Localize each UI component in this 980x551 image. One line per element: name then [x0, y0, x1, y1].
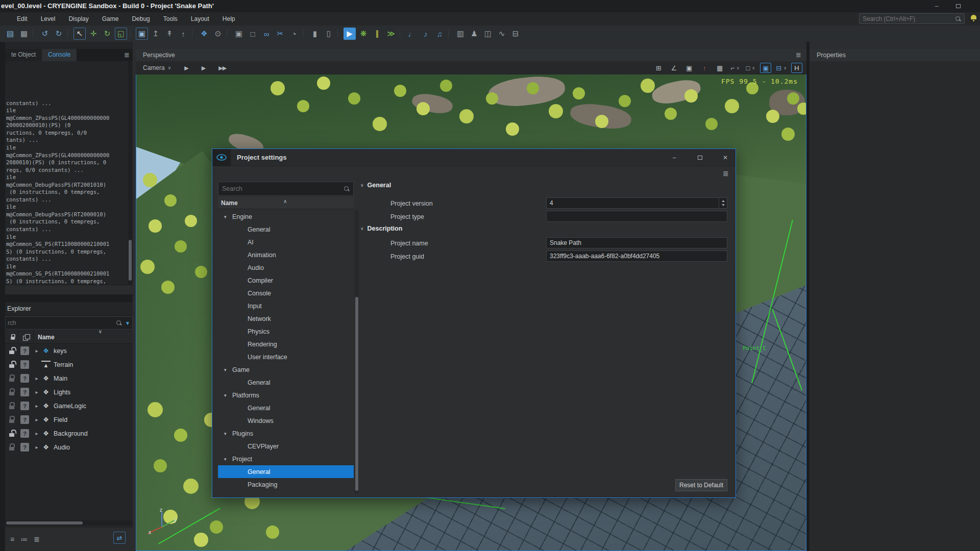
- settings-tree-header[interactable]: Name ∧: [218, 197, 354, 209]
- list-view-icon[interactable]: ≡: [10, 535, 14, 543]
- name-column-label[interactable]: Name: [34, 334, 55, 341]
- zoom-tool-icon[interactable]: ⊙∨: [212, 28, 224, 40]
- tree-group-game[interactable]: ▾ Game: [218, 363, 354, 376]
- dialog-minimize-button[interactable]: –: [667, 153, 682, 162]
- tree-item-audio[interactable]: ▾ Audio: [218, 261, 354, 274]
- settings-search-box[interactable]: [218, 182, 354, 196]
- play-audio-icon[interactable]: ♫∨: [433, 28, 446, 40]
- tree-group-platforms[interactable]: ▾ Platforms: [218, 389, 354, 402]
- scale-object-icon[interactable]: ◱∨: [115, 28, 127, 40]
- question-badge-icon[interactable]: ?: [20, 388, 29, 396]
- settings-tree-scrollbar-thumb[interactable]: [355, 297, 358, 491]
- unfreeze-all-icon[interactable]: □∨: [247, 28, 259, 40]
- fast-forward-icon[interactable]: ▶▶: [218, 65, 226, 71]
- layer-row-audio[interactable]: ? ▸ ❖ Audio: [5, 440, 133, 454]
- magnet-snap-icon[interactable]: ❖∨: [198, 28, 210, 40]
- menu-item[interactable]: Game: [95, 14, 126, 24]
- lock-icon[interactable]: [9, 388, 16, 396]
- tree-item-cevplayer[interactable]: ▾ CEVPlayer: [218, 440, 354, 453]
- tree-item-game-general[interactable]: ▾ General: [218, 376, 354, 389]
- scale-snap-icon[interactable]: ▣∨: [683, 63, 695, 73]
- dialog-titlebar[interactable]: Project settings – ✕: [212, 149, 736, 166]
- snap-pivot-icon[interactable]: ↥∨: [150, 28, 162, 40]
- console-log[interactable]: constants) ...ilem@Common_ZPassPS(GL4000…: [5, 61, 128, 285]
- layer-row-terrain[interactable]: ? ▸ ▲ Terrain: [5, 358, 133, 371]
- console-scrollbar[interactable]: [128, 61, 132, 285]
- layer-row-field[interactable]: ? ▸ ❖ Field: [5, 413, 133, 427]
- notification-bell-icon[interactable]: [970, 15, 977, 22]
- global-search-input[interactable]: [863, 15, 955, 22]
- camera-frame-icon[interactable]: ▣∨: [760, 63, 771, 73]
- project-name-field[interactable]: [546, 237, 727, 248]
- viewport-menu-icon[interactable]: ≣: [796, 51, 801, 59]
- explorer-hscrollbar-thumb[interactable]: [6, 521, 83, 524]
- tab-perspective[interactable]: Perspective: [143, 52, 175, 59]
- pause-physics-icon[interactable]: ∥∨: [371, 28, 383, 40]
- tree-group-engine[interactable]: ▾ Engine: [218, 210, 354, 223]
- split-view-icon[interactable]: ⊟∨: [509, 28, 522, 40]
- tree-group-plugins[interactable]: ▾ Plugins: [218, 427, 354, 440]
- collapse-arrow-icon[interactable]: ▾: [224, 367, 232, 372]
- menu-item[interactable]: Edit: [10, 14, 34, 24]
- layer-row-gamelogic[interactable]: ? ▸ ❖ GameLogic: [5, 399, 133, 413]
- tree-item-windows[interactable]: ▾ Windows: [218, 414, 354, 427]
- tree-group-project[interactable]: ▾ Project: [218, 453, 354, 465]
- enable-physics-icon[interactable]: ❋∨: [357, 28, 370, 40]
- question-badge-icon[interactable]: ?: [20, 374, 29, 383]
- tree-item-engine-general[interactable]: ▾ General: [218, 223, 354, 236]
- stop-audio-icon[interactable]: ♪∨: [420, 28, 432, 40]
- tree-item-network[interactable]: ▾ Network: [218, 312, 354, 325]
- character-tool-icon[interactable]: ♟∨: [468, 28, 480, 40]
- explorer-search-input[interactable]: [8, 319, 116, 327]
- display-options-icon[interactable]: □∨: [745, 63, 756, 73]
- expand-arrow-icon[interactable]: ▸: [33, 389, 40, 395]
- reset-to-default-button[interactable]: Reset to Default: [675, 479, 727, 491]
- helpers-toggle-icon[interactable]: H∨: [791, 63, 802, 73]
- chevron-down-icon[interactable]: ∨: [99, 329, 102, 334]
- tree-item-packaging[interactable]: ▾ Packaging: [218, 478, 354, 491]
- sync-selection-button[interactable]: ⇄: [113, 532, 126, 544]
- curve-editor-icon[interactable]: ∿∨: [496, 28, 508, 40]
- lock-selection-icon[interactable]: ▮∨: [309, 28, 321, 40]
- console-input-row[interactable]: [5, 285, 133, 295]
- link-objects-icon[interactable]: ∞∨: [260, 28, 273, 40]
- project-type-field[interactable]: [546, 211, 727, 222]
- tree-item-animation[interactable]: ▾ Animation: [218, 248, 354, 261]
- dialog-close-button[interactable]: ✕: [718, 153, 733, 162]
- tree-item-physics[interactable]: ▾ Physics: [218, 325, 354, 338]
- play-step-icon[interactable]: ▶: [184, 65, 188, 71]
- menu-item[interactable]: Level: [34, 14, 62, 24]
- explorer-hscrollbar[interactable]: [5, 520, 133, 525]
- lock-icon[interactable]: [9, 443, 16, 451]
- save-level-icon[interactable]: ▦∨: [18, 28, 30, 40]
- global-search-box[interactable]: [859, 13, 965, 24]
- collapse-arrow-icon[interactable]: ▾: [224, 431, 232, 436]
- menu-item[interactable]: Display: [62, 14, 95, 24]
- question-badge-icon[interactable]: ?: [20, 402, 29, 410]
- screen-space-icon[interactable]: ◫∨: [482, 28, 494, 40]
- question-badge-icon[interactable]: ?: [20, 443, 29, 452]
- unlink-objects-icon[interactable]: ✂∨: [274, 28, 286, 40]
- view-layout-icon[interactable]: ⊟∨: [775, 63, 787, 73]
- lock-icon[interactable]: [9, 402, 16, 410]
- open-level-icon[interactable]: ▤∨: [4, 28, 16, 40]
- project-guid-field[interactable]: [546, 251, 727, 262]
- collapse-arrow-icon[interactable]: ▾: [224, 457, 232, 462]
- sort-view-icon[interactable]: ≔: [20, 535, 28, 543]
- settings-tree-scrollbar[interactable]: [355, 210, 359, 494]
- spin-up-icon[interactable]: [722, 200, 725, 202]
- snap-vertex-icon[interactable]: ↟∨: [163, 28, 176, 40]
- tree-item-ai[interactable]: ▾ AI: [218, 236, 354, 248]
- tab-console[interactable]: Console: [42, 49, 77, 61]
- move-object-icon[interactable]: ✛∨: [87, 28, 100, 40]
- window-minimize-button[interactable]: –: [929, 2, 944, 11]
- explorer-search-box[interactable]: ▼: [5, 316, 133, 330]
- unlock-selection-icon[interactable]: ▯∨: [323, 28, 335, 40]
- snap-edge-icon[interactable]: ↑∨: [177, 28, 189, 40]
- filter-icon[interactable]: ▼: [125, 320, 130, 326]
- tree-item-project-general[interactable]: ▾ General: [218, 465, 354, 478]
- project-guid-input[interactable]: [550, 253, 727, 260]
- question-badge-icon[interactable]: ?: [20, 429, 29, 438]
- lock-icon[interactable]: [9, 430, 16, 437]
- terrain-align-icon[interactable]: ↑∨: [699, 63, 710, 73]
